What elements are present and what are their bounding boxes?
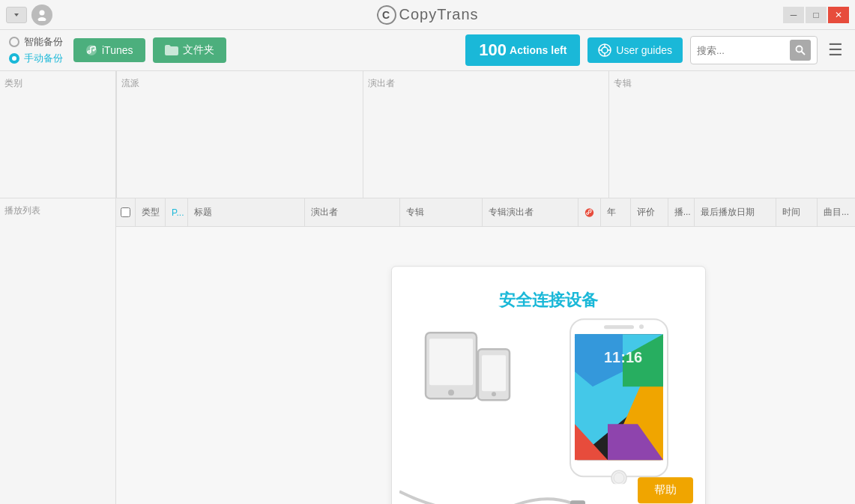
itunes-button[interactable]: iTunes (73, 38, 145, 62)
select-all-checkbox[interactable] (121, 207, 130, 217)
th-duration[interactable]: 时间 (776, 198, 818, 226)
playlist-label: 播放列表 (4, 204, 111, 217)
folder-button[interactable]: 文件夹 (153, 37, 226, 63)
search-input[interactable] (697, 45, 787, 56)
user-icon[interactable] (31, 4, 52, 25)
svg-point-2 (38, 17, 46, 21)
th-track[interactable]: 曲目... (818, 198, 855, 226)
top-panels: 类别 (0, 71, 115, 198)
maximize-button[interactable]: □ (806, 7, 827, 23)
th-album[interactable]: 专辑 (400, 198, 482, 226)
th-plays[interactable]: 播... (668, 198, 695, 226)
actions-label: Actions left (510, 44, 567, 56)
nav-dot-manual (9, 53, 19, 64)
artist-panel: 演出者 (363, 71, 610, 198)
svg-point-20 (589, 211, 590, 213)
album-label: 专辑 (614, 77, 851, 90)
svg-rect-22 (429, 338, 473, 385)
playlist-section: 播放列表 (0, 198, 115, 504)
logo-icon: C (376, 5, 396, 25)
window-controls: ─ □ ✕ (783, 7, 849, 23)
th-year[interactable]: 年 (601, 198, 631, 226)
th-artist[interactable]: 演出者 (305, 198, 401, 226)
th-rating[interactable]: 评价 (631, 198, 668, 226)
svg-text:11:16: 11:16 (604, 349, 642, 365)
svg-point-1 (40, 10, 45, 15)
nav-manual-label: 手动备份 (24, 52, 63, 65)
th-p[interactable]: P... (166, 198, 188, 226)
svg-point-39 (639, 324, 644, 329)
svg-rect-25 (482, 355, 506, 391)
close-button[interactable]: ✕ (828, 7, 849, 23)
connect-device-overlay: 安全连接设备 (391, 266, 706, 504)
nav-smart-label: 智能备份 (24, 35, 63, 49)
itunes-label: iTunes (102, 44, 133, 56)
search-icon (795, 45, 806, 55)
svg-text:C: C (381, 9, 389, 21)
th-album-artist[interactable]: 专辑演出者 (483, 198, 578, 226)
genre-label: 流派 (121, 77, 358, 90)
svg-line-6 (91, 46, 95, 47)
folder-icon (165, 45, 178, 55)
titlebar-left (6, 4, 52, 25)
user-guides-button[interactable]: User guides (587, 37, 683, 63)
app-logo: C CopyTrans (376, 5, 478, 25)
lifesaver-icon (598, 43, 611, 57)
svg-point-8 (93, 49, 95, 52)
svg-line-16 (802, 52, 806, 55)
svg-rect-40 (570, 500, 585, 504)
content-rows: 安全连接设备 (116, 227, 855, 504)
album-panel: 专辑 (609, 71, 855, 198)
music-icon (85, 44, 97, 56)
svg-marker-0 (14, 13, 19, 16)
search-box (690, 36, 818, 64)
category-label: 类别 (4, 77, 111, 90)
hamburger-menu-button[interactable]: ☰ (825, 37, 846, 63)
titlebar: C CopyTrans ─ □ ✕ (0, 0, 855, 30)
svg-rect-38 (604, 325, 634, 329)
category-panel: 类别 (0, 71, 115, 198)
user-guides-label: User guides (616, 44, 672, 56)
dropdown-button[interactable] (6, 7, 27, 23)
th-last-played[interactable]: 最后播放日期 (695, 198, 776, 226)
minimize-button[interactable]: ─ (783, 7, 804, 23)
table-header: 类型 P... 标题 演出者 专辑 专辑演出者 年 评价 播... 最后播放日期… (116, 198, 855, 227)
th-itunes-icon (578, 198, 601, 226)
device-illustration: 11:16 (422, 327, 675, 491)
toolbar: 智能备份 手动备份 iTunes 文件夹 100 Actions left (0, 30, 855, 71)
artist-label: 演出者 (368, 77, 605, 90)
app-title: CopyTrans (399, 6, 478, 23)
genre-panel: 流派 (116, 71, 363, 198)
folder-label: 文件夹 (183, 43, 214, 57)
th-checkbox[interactable] (116, 198, 136, 226)
itunes-note-icon (584, 207, 594, 219)
svg-point-10 (602, 47, 608, 53)
actions-button[interactable]: 100 Actions left (465, 34, 580, 66)
nav-dot-smart (9, 37, 19, 47)
content-area: 流派 演出者 专辑 类型 P... 标题 演出者 专辑 专辑演出者 (116, 71, 855, 504)
th-type[interactable]: 类型 (136, 198, 166, 226)
svg-point-15 (797, 46, 803, 52)
th-title[interactable]: 标题 (188, 198, 305, 226)
nav-smart-backup[interactable]: 智能备份 (9, 35, 63, 49)
sidebar-nav: 智能备份 手动备份 (9, 35, 63, 65)
nav-manual-backup[interactable]: 手动备份 (9, 52, 63, 65)
help-button[interactable]: 帮助 (638, 477, 693, 503)
main-layout: 类别 播放列表 流派 演出者 专辑 类型 P... (0, 71, 855, 504)
left-sidebar: 类别 播放列表 (0, 71, 116, 504)
search-button[interactable] (790, 40, 811, 61)
filter-panels: 流派 演出者 专辑 (116, 71, 855, 198)
actions-count: 100 (479, 40, 507, 60)
connect-title: 安全连接设备 (422, 289, 675, 312)
